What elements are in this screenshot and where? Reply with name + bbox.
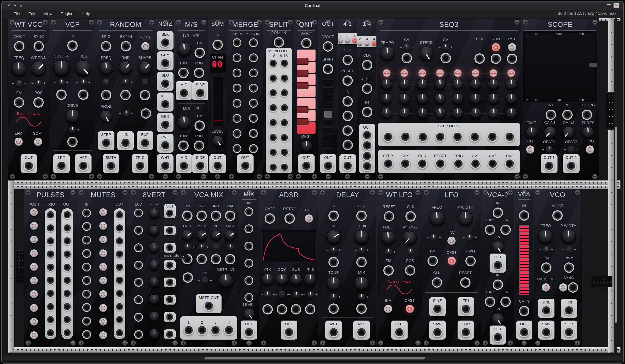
- random-cv-port[interactable]: [104, 92, 109, 98]
- adsr-gate-port[interactable]: [267, 216, 272, 221]
- random-shape-knob[interactable]: [138, 62, 152, 75]
- mutes-mute-button-8[interactable]: [99, 304, 107, 312]
- vca-mix-trim-trim-knob[interactable]: [184, 244, 191, 251]
- ms-knob-knob[interactable]: [177, 43, 191, 56]
- seq3-cv3-port[interactable]: [507, 161, 512, 166]
- qnt-black-key[interactable]: [297, 82, 309, 89]
- 8vert-gain-knob-7[interactable]: [149, 312, 159, 322]
- pulses-out-1-port[interactable]: [65, 212, 69, 217]
- scope-ofst1-trim-knob[interactable]: [546, 146, 553, 153]
- delay-in-port[interactable]: [331, 213, 336, 218]
- merge-1-8-in-6-port[interactable]: [235, 116, 239, 121]
- mutes-mute-button-5[interactable]: [99, 263, 107, 271]
- lfo-freq-knob[interactable]: [430, 212, 444, 226]
- ms-l-in-port[interactable]: [181, 143, 186, 148]
- adsr-dcy-knob[interactable]: [276, 274, 288, 285]
- m1-4-out-4-port[interactable]: [365, 164, 370, 169]
- vca-mix-trim-trim-knob[interactable]: [227, 244, 234, 251]
- 8vert-in-5-port[interactable]: [136, 280, 141, 285]
- seq3-knob-knob[interactable]: [417, 94, 428, 104]
- vco-freq-knob[interactable]: [539, 230, 553, 244]
- lfo-trim-trim-knob[interactable]: [466, 234, 473, 241]
- mutes-mute-button-1[interactable]: [99, 208, 107, 216]
- lfo-trim-trim-knob[interactable]: [430, 234, 437, 241]
- vca-mix-4-port[interactable]: [226, 328, 231, 333]
- wt-lfo-pos-port[interactable]: [407, 268, 413, 273]
- merge-1-8-in-5-port[interactable]: [235, 101, 239, 106]
- menu-engine[interactable]: Engine: [57, 10, 77, 18]
- seq3-step-port[interactable]: [385, 161, 391, 166]
- pulses-trig-6-port[interactable]: [48, 278, 53, 282]
- 8vert-out-7-port[interactable]: [167, 315, 172, 319]
- delay-trim-trim-knob[interactable]: [330, 294, 337, 301]
- pulses-trig-2-port[interactable]: [48, 226, 53, 230]
- seq3-knob-knob[interactable]: [419, 47, 433, 61]
- delay-cv-port[interactable]: [359, 306, 364, 311]
- m1-4-out-3-port[interactable]: [365, 153, 370, 158]
- wt-vco-lfm-button[interactable]: [14, 138, 23, 146]
- pulses-push-button-6[interactable]: [30, 277, 38, 284]
- m1-4-select-2-button[interactable]: [358, 41, 362, 45]
- m4-1-out-port[interactable]: [345, 163, 350, 168]
- merge-9-16-in-1-port[interactable]: [251, 40, 256, 45]
- 8vert-in-7-port[interactable]: [136, 315, 141, 319]
- vca-mix-cv-port[interactable]: [185, 275, 190, 280]
- seq3-knob-knob[interactable]: [452, 94, 463, 104]
- 8vert-gain-knob-8[interactable]: [149, 329, 159, 339]
- seq3-step-out-1-port[interactable]: [385, 134, 391, 140]
- random-trim-trim-knob[interactable]: [103, 79, 109, 85]
- pulses-push-button-1[interactable]: [30, 208, 38, 216]
- mutes-in-7-port[interactable]: [84, 292, 89, 296]
- delay-clk-port[interactable]: [359, 213, 364, 218]
- vca-mix-1-port[interactable]: [186, 328, 191, 333]
- wt-lfo-inv-button[interactable]: [384, 305, 392, 313]
- ms-cv-port[interactable]: [197, 50, 202, 55]
- vca-mix-in4-port[interactable]: [228, 213, 233, 218]
- seq3-trig-port[interactable]: [456, 161, 461, 166]
- vca-2-in-port[interactable]: [495, 210, 500, 215]
- qnt-v-oct-port[interactable]: [304, 41, 309, 46]
- mutes-mute-button-3[interactable]: [99, 236, 107, 243]
- wt-lfo-clk-port[interactable]: [408, 214, 413, 219]
- merge-9-16-in-6-port[interactable]: [251, 116, 256, 121]
- seq3-knob-knob[interactable]: [435, 94, 445, 104]
- vca-mix-3-port[interactable]: [213, 328, 218, 333]
- horizontal-scroll-thumb[interactable]: [204, 357, 425, 360]
- qnt-out-port[interactable]: [304, 163, 309, 168]
- merge-1-8-in-7-port[interactable]: [235, 131, 239, 136]
- vcf-drive-knob[interactable]: [66, 110, 79, 123]
- lfo-tri-port[interactable]: [463, 306, 468, 311]
- seq3-cv-port[interactable]: [404, 56, 409, 61]
- pulses-trig-4-port[interactable]: [48, 252, 53, 256]
- seq3-step-out-3-port[interactable]: [420, 134, 426, 140]
- scope-gain1-knob[interactable]: [544, 127, 556, 139]
- scope-time-knob[interactable]: [526, 127, 537, 138]
- mutes-in-3-port[interactable]: [84, 238, 89, 242]
- ms-mid-port[interactable]: [181, 90, 187, 96]
- random-prob-knob[interactable]: [100, 111, 112, 123]
- vcf-cv-port[interactable]: [70, 139, 75, 144]
- seq3-knob-knob[interactable]: [488, 94, 499, 104]
- lfo-clk-port[interactable]: [435, 280, 439, 285]
- seq3-cv2-port[interactable]: [490, 161, 495, 166]
- adsr-rls-knob[interactable]: [304, 274, 316, 285]
- mix-in-3-port[interactable]: [247, 244, 251, 248]
- vco-sine-port[interactable]: [544, 308, 549, 313]
- pulses-push-button-10[interactable]: [30, 331, 38, 339]
- split-9-16-out-3-port[interactable]: [282, 91, 287, 95]
- qnt-black-key[interactable]: [297, 118, 309, 125]
- noiz-gry-port[interactable]: [163, 60, 168, 66]
- 8vert-10v-1-port[interactable]: [136, 211, 141, 215]
- merge-out-port[interactable]: [243, 163, 248, 168]
- delay-mix-port[interactable]: [359, 330, 364, 335]
- 8vert-in-8-port[interactable]: [136, 332, 141, 337]
- vco-tri-port[interactable]: [566, 308, 572, 313]
- seq3-cv-port[interactable]: [443, 56, 448, 61]
- qnt-black-key[interactable]: [297, 106, 309, 113]
- mutes-out-1-port[interactable]: [117, 212, 122, 217]
- adsr-cv-port[interactable]: [293, 307, 299, 312]
- mutes-out-8-port[interactable]: [117, 304, 122, 309]
- mutes-mute-button-7[interactable]: [99, 290, 107, 298]
- pulses-push-button-8[interactable]: [30, 304, 38, 312]
- wt-lfo-freq-knob[interactable]: [381, 231, 395, 245]
